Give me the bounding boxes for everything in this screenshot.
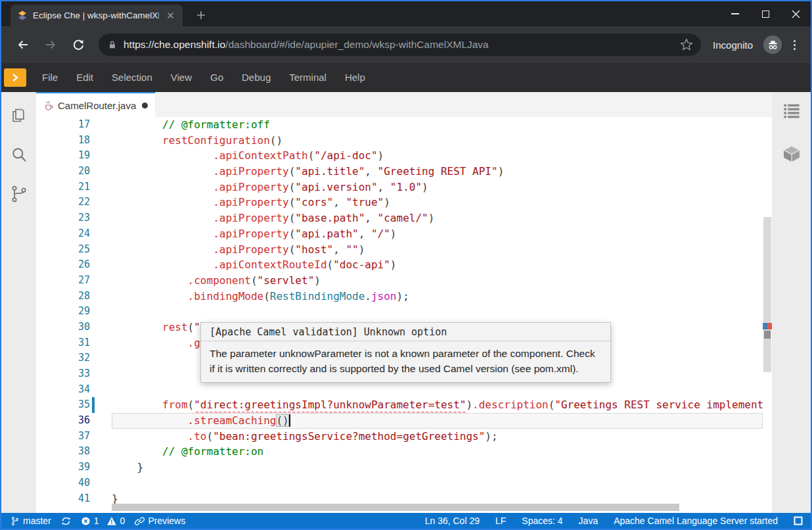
forward-button[interactable] (38, 32, 63, 57)
code-text[interactable] (112, 304, 763, 320)
code-line-40[interactable]: 40 (36, 475, 772, 491)
code-text[interactable]: .apiContextPath("/api-doc") (112, 148, 763, 164)
code-line-38[interactable]: 38 // @formatter:on (36, 444, 772, 460)
che-menu-button[interactable] (4, 68, 26, 87)
close-button[interactable] (780, 1, 811, 26)
line-number[interactable]: 19 (36, 148, 90, 164)
tab-close-icon[interactable] (164, 10, 176, 22)
code-line-37[interactable]: 37 .to("bean:greetingsService?method=get… (36, 429, 772, 445)
sync-button[interactable] (61, 516, 71, 526)
line-number[interactable]: 29 (36, 304, 90, 320)
code-text[interactable]: // @formatter:on (112, 444, 763, 460)
menu-item-edit[interactable]: Edit (67, 63, 102, 92)
cursor-position[interactable]: Ln 36, Col 29 (425, 516, 480, 526)
code-line-29[interactable]: 29 (36, 304, 772, 320)
line-number[interactable]: 28 (36, 289, 90, 304)
eol-indicator[interactable]: LF (495, 516, 506, 526)
code-text[interactable]: .apiProperty("api.version", "1.0") (112, 180, 763, 195)
code-text[interactable] (112, 382, 763, 398)
code-text[interactable]: .component("servlet") (112, 273, 763, 289)
horizontal-scrollbar-thumb[interactable] (112, 504, 679, 511)
line-number[interactable]: 31 (36, 335, 90, 351)
line-number[interactable]: 37 (36, 429, 90, 445)
browser-tab[interactable]: Eclipse Che | wksp-withCamelXM (11, 5, 183, 26)
code-line-18[interactable]: 18 restConfiguration() (36, 133, 772, 149)
code-line-17[interactable]: 17 // @formatter:off (36, 117, 772, 133)
problems-indicator[interactable]: 1 0 (81, 516, 125, 526)
menu-item-debug[interactable]: Debug (233, 63, 280, 92)
line-number[interactable]: 22 (36, 195, 90, 210)
line-number[interactable]: 39 (36, 460, 90, 475)
menu-item-view[interactable]: View (162, 63, 201, 92)
sidebar-git-button[interactable] (10, 185, 28, 203)
notifications-button[interactable] (794, 516, 803, 525)
code-line-36[interactable]: 36 .streamCaching() (36, 413, 772, 429)
plugins-button[interactable] (781, 143, 802, 164)
url-bar[interactable]: https://che.openshift.io/dashboard/#/ide… (99, 34, 701, 56)
code-text[interactable]: .apiProperty("api.path", "/") (112, 226, 763, 242)
code-line-25[interactable]: 25 .apiProperty("host", "") (36, 242, 772, 258)
line-number[interactable]: 35 (36, 397, 90, 413)
line-number[interactable]: 40 (36, 475, 90, 491)
code-text[interactable]: .apiContextRouteId("doc-api") (112, 257, 763, 273)
back-button[interactable] (11, 32, 35, 57)
line-number[interactable]: 27 (36, 273, 90, 289)
line-number[interactable]: 41 (36, 491, 90, 507)
indentation-indicator[interactable]: Spaces: 4 (522, 516, 562, 526)
menu-item-help[interactable]: Help (336, 63, 374, 92)
new-tab-button[interactable] (192, 6, 210, 24)
line-number[interactable]: 17 (36, 117, 90, 133)
line-number[interactable]: 24 (36, 226, 90, 242)
code-text[interactable]: .to("bean:greetingsService?method=getGre… (112, 429, 763, 445)
line-number[interactable]: 32 (36, 350, 90, 366)
code-text[interactable] (112, 475, 763, 491)
code-editor[interactable]: 17 // @formatter:off18 restConfiguration… (36, 117, 772, 513)
menu-item-terminal[interactable]: Terminal (280, 63, 336, 92)
language-indicator[interactable]: Java (579, 516, 598, 526)
minimize-button[interactable] (720, 1, 750, 26)
code-text[interactable]: .apiProperty("base.path", "camel/") (112, 210, 763, 226)
previews-button[interactable]: Previews (135, 516, 185, 526)
code-line-35[interactable]: 35 from("direct:greetingsImpl?unknowPara… (36, 397, 772, 413)
code-line-21[interactable]: 21 .apiProperty("api.version", "1.0") (36, 180, 772, 195)
sidebar-files-button[interactable] (10, 107, 28, 124)
incognito-icon[interactable] (763, 36, 782, 54)
browser-menu-button[interactable] (784, 35, 804, 55)
line-number[interactable]: 23 (36, 210, 90, 226)
code-line-20[interactable]: 20 .apiProperty("api.title", "Greeting R… (36, 164, 772, 180)
vertical-scrollbar[interactable] (763, 117, 772, 513)
menu-item-go[interactable]: Go (201, 63, 233, 92)
line-number[interactable]: 38 (36, 444, 90, 460)
modified-dot[interactable] (142, 103, 148, 108)
code-line-39[interactable]: 39 } (36, 460, 772, 475)
sidebar-search-button[interactable] (10, 145, 28, 164)
code-text[interactable]: .bindingMode(RestBindingMode.json); (112, 289, 763, 304)
line-number[interactable]: 33 (36, 366, 90, 382)
code-text[interactable]: .apiProperty("host", "") (112, 242, 763, 258)
code-text[interactable]: restConfiguration() (112, 133, 763, 149)
line-number[interactable]: 18 (36, 133, 90, 149)
line-number[interactable]: 36 (36, 413, 90, 429)
outline-view-button[interactable] (782, 103, 801, 120)
bookmark-star-icon[interactable] (680, 38, 693, 51)
code-text[interactable]: .apiProperty("cors", "true") (112, 195, 763, 210)
vertical-scrollbar-thumb[interactable] (763, 217, 771, 372)
line-number[interactable]: 20 (36, 164, 90, 180)
line-number[interactable]: 30 (36, 320, 90, 335)
line-number[interactable]: 25 (36, 242, 90, 258)
git-branch-indicator[interactable]: master (11, 516, 51, 526)
code-line-34[interactable]: 34 (36, 382, 772, 398)
reload-button[interactable] (66, 32, 91, 57)
maximize-button[interactable] (750, 1, 780, 26)
code-line-19[interactable]: 19 .apiContextPath("/api-doc") (36, 148, 772, 164)
code-text[interactable]: from("direct:greetingsImpl?unknowParamet… (112, 397, 763, 413)
code-line-23[interactable]: 23 .apiProperty("base.path", "camel/") (36, 210, 772, 226)
code-text[interactable]: // @formatter:off (112, 117, 763, 133)
line-number[interactable]: 26 (36, 257, 90, 273)
code-line-27[interactable]: 27 .component("servlet") (36, 273, 772, 289)
menu-item-file[interactable]: File (33, 63, 67, 92)
code-line-24[interactable]: 24 .apiProperty("api.path", "/") (36, 226, 772, 242)
code-line-28[interactable]: 28 .bindingMode(RestBindingMode.json); (36, 289, 772, 304)
code-text[interactable]: .apiProperty("api.title", "Greeting REST… (112, 164, 763, 180)
code-line-26[interactable]: 26 .apiContextRouteId("doc-api") (36, 257, 772, 273)
